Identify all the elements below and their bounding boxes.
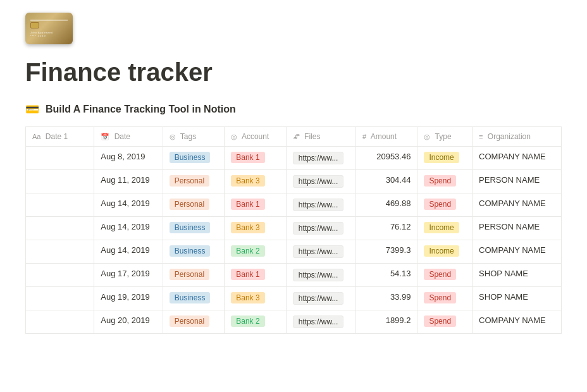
file-link-3[interactable]: https://ww... <box>293 222 344 235</box>
tag-6[interactable]: Business <box>170 292 211 303</box>
cell-date-5: Aug 17, 2019 <box>94 264 163 287</box>
th-date: 📅 Date <box>94 127 163 147</box>
cell-tags-6: Business <box>163 287 225 310</box>
type-tag-0[interactable]: Income <box>424 152 459 163</box>
th-amount: # Amount <box>355 127 417 147</box>
cell-files-2: https://ww... <box>286 193 355 217</box>
cell-type-4: Income <box>417 240 473 264</box>
cell-amount-6: 33.99 <box>355 287 417 310</box>
th-files: 🖇 Files <box>286 127 355 147</box>
cell-account-5: Bank 1 <box>225 264 287 287</box>
account-tag-3[interactable]: Bank 3 <box>231 222 264 233</box>
account-tag-6[interactable]: Bank 3 <box>231 292 264 303</box>
file-link-6[interactable]: https://ww... <box>293 292 344 305</box>
th-date1-label: Date 1 <box>46 132 68 141</box>
cell-date1-3 <box>26 217 94 240</box>
cell-type-5: Spend <box>417 264 473 287</box>
file-link-0[interactable]: https://ww... <box>293 152 344 164</box>
type-tag-4[interactable]: Income <box>424 245 459 257</box>
cell-account-2: Bank 1 <box>225 193 287 217</box>
cell-account-3: Bank 3 <box>225 217 287 240</box>
cell-tags-0: Business <box>163 147 225 170</box>
th-amount-icon: # <box>362 133 366 140</box>
cell-amount-0: 20953.46 <box>355 147 417 170</box>
account-tag-1[interactable]: Bank 3 <box>231 175 264 187</box>
table-row: Aug 14, 2019 Business Bank 2 https://ww.… <box>26 240 562 264</box>
cell-files-0: https://ww... <box>286 147 355 170</box>
file-link-7[interactable]: https://ww... <box>293 315 344 328</box>
file-link-2[interactable]: https://ww... <box>293 199 344 211</box>
account-tag-7[interactable]: Bank 2 <box>231 315 264 327</box>
cell-amount-4: 7399.3 <box>355 240 417 264</box>
cell-amount-3: 76.12 <box>355 217 417 240</box>
cell-account-7: Bank 2 <box>225 310 287 334</box>
cell-amount-2: 469.88 <box>355 193 417 217</box>
cell-account-4: Bank 2 <box>225 240 287 264</box>
cell-date-2: Aug 14, 2019 <box>94 193 163 217</box>
cell-date-0: Aug 8, 2019 <box>94 147 163 170</box>
cell-tags-4: Business <box>163 240 225 264</box>
type-tag-3[interactable]: Income <box>424 222 459 233</box>
cell-files-4: https://ww... <box>286 240 355 264</box>
tag-5[interactable]: Personal <box>170 269 209 280</box>
card-chip <box>30 22 39 28</box>
cell-date-6: Aug 19, 2019 <box>94 287 163 310</box>
account-tag-4[interactable]: Bank 2 <box>231 245 264 257</box>
th-date-label: Date <box>114 132 130 141</box>
tag-2[interactable]: Personal <box>170 199 209 210</box>
table-row: Aug 17, 2019 Personal Bank 1 https://ww.… <box>26 264 562 287</box>
cell-date1-2 <box>26 193 94 217</box>
file-link-1[interactable]: https://ww... <box>293 175 344 188</box>
cell-tags-2: Personal <box>163 193 225 217</box>
th-org-icon: ≡ <box>479 133 483 140</box>
th-account: ◎ Account <box>225 127 287 147</box>
account-tag-5[interactable]: Bank 1 <box>231 269 264 280</box>
th-date1: Aa Date 1 <box>26 127 94 147</box>
cell-org-0: COMPANY NAME <box>473 147 562 170</box>
th-type-label: Type <box>435 132 452 141</box>
page-container: John Appleseed •••• 4449 Finance tracker… <box>0 0 587 346</box>
cell-date-4: Aug 14, 2019 <box>94 240 163 264</box>
cell-date1-4 <box>26 240 94 264</box>
cell-account-6: Bank 3 <box>225 287 287 310</box>
cell-date1-7 <box>26 310 94 334</box>
tag-3[interactable]: Business <box>170 222 211 233</box>
credit-card-image: John Appleseed •••• 4449 <box>25 13 73 44</box>
cell-account-1: Bank 3 <box>225 170 287 193</box>
logo-area: John Appleseed •••• 4449 <box>25 13 562 44</box>
cell-amount-1: 304.44 <box>355 170 417 193</box>
cell-date-1: Aug 11, 2019 <box>94 170 163 193</box>
th-organization: ≡ Organization <box>473 127 562 147</box>
table-row: Aug 19, 2019 Business Bank 3 https://ww.… <box>26 287 562 310</box>
table-row: Aug 14, 2019 Personal Bank 1 https://ww.… <box>26 193 562 217</box>
account-tag-2[interactable]: Bank 1 <box>231 199 264 210</box>
cell-type-7: Spend <box>417 310 473 334</box>
tag-1[interactable]: Personal <box>170 175 209 187</box>
account-tag-0[interactable]: Bank 1 <box>231 152 264 163</box>
cell-tags-3: Business <box>163 217 225 240</box>
type-tag-1[interactable]: Spend <box>424 175 456 187</box>
card-number: •••• 4449 <box>30 34 68 37</box>
type-tag-2[interactable]: Spend <box>424 199 456 210</box>
cell-files-5: https://ww... <box>286 264 355 287</box>
file-link-4[interactable]: https://ww... <box>293 245 344 258</box>
cell-type-3: Income <box>417 217 473 240</box>
th-account-icon: ◎ <box>231 133 237 140</box>
table-row: Aug 8, 2019 Business Bank 1 https://ww..… <box>26 147 562 170</box>
th-type-icon: ◎ <box>424 133 430 140</box>
section-header: 💳 Build A Finance Tracking Tool in Notio… <box>25 102 562 116</box>
tag-7[interactable]: Personal <box>170 315 209 327</box>
cell-date1-6 <box>26 287 94 310</box>
cell-files-6: https://ww... <box>286 287 355 310</box>
table-header-row: Aa Date 1 📅 Date ◎ Tags ◎ Account 🖇 <box>26 127 562 147</box>
type-tag-6[interactable]: Spend <box>424 292 456 303</box>
cell-tags-7: Personal <box>163 310 225 334</box>
type-tag-7[interactable]: Spend <box>424 315 456 327</box>
th-org-label: Organization <box>488 132 531 141</box>
type-tag-5[interactable]: Spend <box>424 269 456 280</box>
page-title: Finance tracker <box>25 57 562 87</box>
tag-4[interactable]: Business <box>170 245 211 257</box>
finance-table: Aa Date 1 📅 Date ◎ Tags ◎ Account 🖇 <box>25 126 562 334</box>
tag-0[interactable]: Business <box>170 152 211 163</box>
file-link-5[interactable]: https://ww... <box>293 269 344 281</box>
